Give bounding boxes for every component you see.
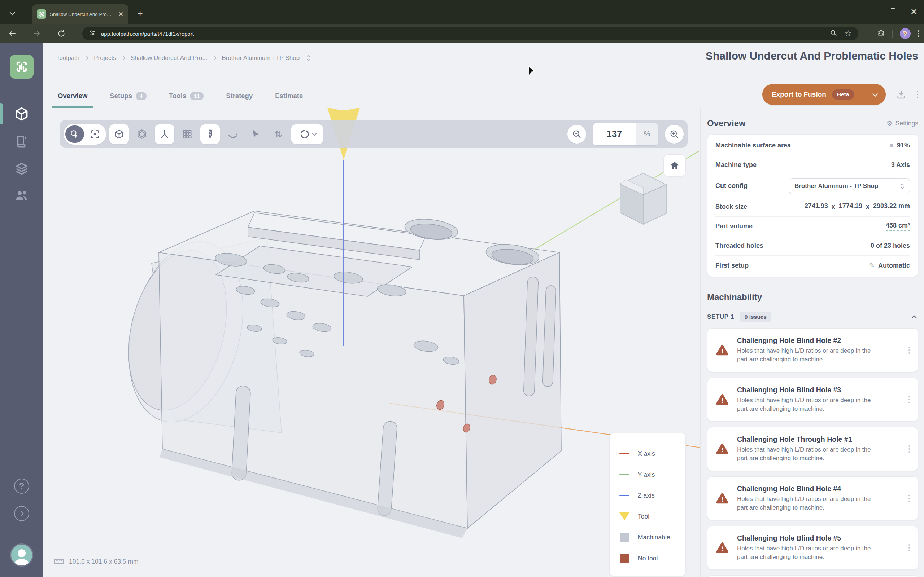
rotate-view-button[interactable]: [291, 124, 323, 144]
export-to-fusion-button[interactable]: Export to Fusion Beta: [762, 84, 886, 105]
tab-close-icon[interactable]: ✕: [118, 11, 123, 17]
part-cube-button[interactable]: [109, 124, 129, 144]
browser-menu-icon[interactable]: [918, 30, 919, 37]
zoom-to-selection-button[interactable]: [86, 126, 104, 143]
grid-button[interactable]: [178, 124, 197, 144]
extensions-icon[interactable]: [877, 29, 885, 38]
banana-scale-button[interactable]: [223, 124, 242, 144]
zoom-unit: %: [636, 123, 658, 145]
zoom-level-input[interactable]: [593, 123, 636, 145]
window-close-icon[interactable]: ✕: [910, 8, 918, 16]
warning-icon: [716, 541, 729, 554]
editable-dimension[interactable]: 1774.19: [839, 202, 862, 211]
home-view-button[interactable]: [663, 154, 686, 177]
issue-menu-icon[interactable]: [906, 443, 912, 455]
viewer-canvas[interactable]: % X axisY axisZ axisToolMachinableNo too…: [43, 108, 700, 577]
overview-row-value[interactable]: ✎Automatic: [869, 261, 910, 269]
pointer-button[interactable]: [246, 124, 265, 144]
issues-list: Challenging Hole Blind Hole #2Holes that…: [707, 328, 918, 577]
sidebar: ?: [0, 43, 43, 577]
stock-box-button[interactable]: [132, 124, 152, 144]
tab-overview[interactable]: Overview: [58, 84, 87, 108]
breadcrumb-item[interactable]: Toolpath: [56, 55, 79, 62]
issue-menu-icon[interactable]: [906, 394, 912, 405]
overview-row-value[interactable]: 458 cm³: [886, 222, 910, 231]
breadcrumb-item[interactable]: Shallow Undercut And Pro...: [131, 55, 208, 62]
drill-tool-button[interactable]: [200, 124, 220, 144]
help-icon[interactable]: ?: [12, 477, 31, 495]
breadcrumb-switcher-icon[interactable]: [305, 54, 312, 62]
tab-label: Estimate: [275, 92, 303, 100]
tab-strategy[interactable]: Strategy: [226, 84, 253, 108]
url-bar[interactable]: app.toolpath.com/parts/t471dl1x/report ☆: [82, 27, 858, 40]
tab-label: Setups: [110, 92, 132, 100]
toolpath-logo[interactable]: [10, 55, 34, 79]
legend-item: Tool: [619, 506, 685, 527]
axes-tripod-button[interactable]: [155, 124, 174, 144]
breadcrumb-item[interactable]: Brother Aluminum - TP Shop: [221, 55, 300, 62]
warning-icon: [716, 393, 729, 406]
download-icon[interactable]: [896, 89, 907, 100]
issue-card[interactable]: Challenging Hole Blind Hole #3Holes that…: [707, 377, 918, 422]
sidebar-item-team[interactable]: [12, 186, 31, 205]
breadcrumb-item[interactable]: Projects: [94, 55, 116, 62]
tab-label: Strategy: [226, 92, 253, 100]
tab-estimate[interactable]: Estimate: [275, 84, 303, 108]
browser-tab[interactable]: Shallow Undercut And Problem ✕: [32, 4, 129, 24]
site-settings-icon[interactable]: [89, 29, 96, 38]
window-restore-icon[interactable]: [890, 10, 894, 15]
cut-config-select[interactable]: Brother Aluminum - TP Shop: [789, 178, 910, 194]
legend-label: Machinable: [638, 534, 670, 541]
overview-row: First setup✎Automatic: [716, 256, 910, 275]
url-zoom-icon[interactable]: [830, 29, 837, 38]
cursor-select-button[interactable]: [65, 126, 84, 143]
reload-icon[interactable]: [54, 26, 69, 41]
tab-tools[interactable]: Tools11: [169, 84, 204, 108]
tab-title: Shallow Undercut And Problem: [50, 11, 113, 17]
user-avatar[interactable]: [10, 543, 33, 567]
report-tabs: OverviewSetups4Tools11StrategyEstimate: [58, 84, 303, 108]
issue-title: Challenging Hole Blind Hole #5: [737, 534, 871, 542]
issue-card[interactable]: Challenging Hole Blind Hole #5Holes that…: [707, 526, 918, 570]
zoom-in-button[interactable]: [665, 125, 683, 143]
issue-menu-icon[interactable]: [906, 542, 912, 554]
settings-link[interactable]: ⚙ Settings: [887, 119, 918, 128]
part-3d-model: [43, 108, 700, 577]
setup-1-header[interactable]: SETUP 1 9 issues: [707, 311, 918, 322]
editable-value[interactable]: 458 cm³: [886, 222, 910, 231]
more-actions-icon[interactable]: [917, 90, 919, 98]
window-minimize-icon[interactable]: [868, 11, 874, 12]
issue-menu-icon[interactable]: [906, 344, 912, 356]
new-tab-icon[interactable]: +: [135, 9, 145, 19]
forward-icon[interactable]: [30, 26, 44, 41]
export-label: Export to Fusion: [772, 90, 826, 98]
legend-item: Y axis: [619, 464, 685, 485]
bookmark-star-icon[interactable]: ☆: [845, 29, 852, 37]
issue-description: Holes that have high L/D ratios or are d…: [737, 347, 871, 364]
editable-dimension[interactable]: 2903.22 mm: [873, 202, 910, 211]
tab-search-icon[interactable]: [6, 6, 19, 19]
legend-label: No tool: [638, 554, 657, 562]
browser-tab-strip: Shallow Undercut And Problem ✕ + ✕: [0, 0, 924, 24]
issue-menu-icon[interactable]: [906, 493, 912, 504]
breadcrumb-separator: [85, 56, 89, 60]
view-cube[interactable]: [620, 173, 666, 224]
toolpath-favicon: [37, 10, 46, 19]
page-title: Shallow Undercut And Problematic Holes: [706, 50, 918, 62]
profile-avatar[interactable]: [900, 28, 911, 39]
tab-setups[interactable]: Setups4: [110, 84, 147, 108]
back-icon[interactable]: [5, 26, 19, 41]
issue-card[interactable]: Challenging Hole Blind Hole #2Holes that…: [707, 328, 918, 372]
sidebar-item-parts[interactable]: [12, 105, 31, 123]
editable-dimension[interactable]: 2741.93: [804, 202, 828, 211]
stock-size-value[interactable]: 2741.93 x 1774.19 x 2903.22 mm: [804, 202, 910, 211]
collapse-chevron-icon[interactable]: [910, 313, 918, 321]
sidebar-item-library[interactable]: [12, 132, 31, 151]
issue-card[interactable]: Challenging Hole Blind Hole #4Holes that…: [707, 476, 918, 521]
expand-sidebar-icon[interactable]: [12, 504, 31, 523]
sidebar-item-layers[interactable]: [12, 160, 31, 178]
issue-card[interactable]: Challenging Hole Through Hole #1Holes th…: [707, 427, 918, 471]
sort-arrows-button[interactable]: [268, 124, 288, 144]
zoom-out-button[interactable]: [567, 125, 586, 143]
export-dropdown-icon[interactable]: [866, 93, 883, 97]
